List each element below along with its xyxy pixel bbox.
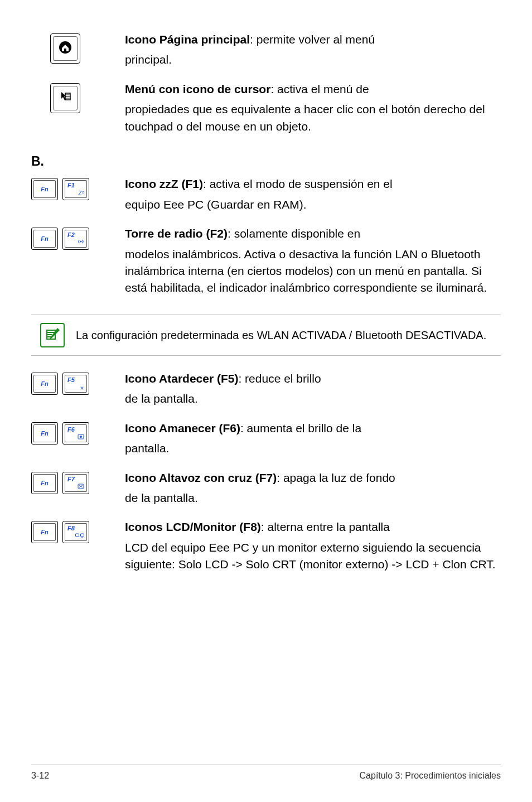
- fn-key: Fn: [31, 178, 58, 200]
- fn-key: Fn: [31, 422, 58, 445]
- menu-text: Menú con icono de cursor: activa el menú…: [125, 81, 501, 98]
- f6-text: Icono Amanecer (F6): aumenta el brillo d…: [125, 420, 501, 437]
- f7-key: F7: [62, 472, 89, 494]
- home-text: Icono Página principal: permite volver a…: [125, 31, 501, 48]
- svg-point-7: [80, 436, 82, 438]
- f8-key: F8/: [62, 521, 89, 543]
- home-icon: [58, 40, 72, 57]
- fn-key: Fn: [31, 373, 58, 395]
- f5-key: F5☀: [62, 373, 89, 395]
- svg-rect-13: [81, 534, 84, 537]
- footer-chapter: Capítulo 3: Procedimientos iniciales: [360, 771, 501, 781]
- note-text: La configuración predeterminada es WLAN …: [76, 327, 486, 343]
- f1-key: F1Zᶻ: [62, 178, 89, 200]
- svg-rect-11: [76, 534, 79, 537]
- f1-cont: equipo Eee PC (Guardar en RAM).: [125, 196, 501, 213]
- fn-key: Fn: [31, 228, 58, 250]
- home-key: [50, 33, 80, 64]
- f2-cont: modelos inalámbricos. Activa o desactiva…: [125, 246, 501, 297]
- section-b-heading: B.: [31, 154, 501, 169]
- radio-icon: [78, 238, 84, 246]
- f8-text: Iconos LCD/Monitor (F8): alterna entre l…: [125, 519, 501, 535]
- f7-cont: de la pantalla.: [125, 490, 501, 506]
- f1-text: Icono zzZ (F1): activa el modo de suspen…: [125, 176, 501, 192]
- f2-text: Torre de radio (F2): solamente disponibl…: [125, 225, 501, 242]
- page-footer: 3-12 Capítulo 3: Procedimientos iniciale…: [31, 765, 501, 781]
- f5-text: Icono Atardecer (F5): reduce el brillo: [125, 370, 501, 387]
- svg-point-5: [80, 241, 82, 243]
- menu-cursor-key: [50, 83, 80, 113]
- footer-page-number: 3-12: [31, 771, 49, 781]
- fn-key: Fn: [31, 472, 58, 494]
- note-icon: [40, 323, 65, 347]
- f6-key: F6: [62, 422, 89, 445]
- note-box: La configuración predeterminada es WLAN …: [31, 315, 501, 356]
- f5-cont: de la pantalla.: [125, 390, 501, 407]
- f6-cont: pantalla.: [125, 440, 501, 457]
- f2-key: F2: [62, 228, 89, 250]
- home-cont: principal.: [125, 51, 501, 68]
- f7-text: Icono Altavoz con cruz (F7): apaga la lu…: [125, 470, 501, 486]
- sun-up-icon: [78, 434, 84, 441]
- lcd-monitor-icon: /: [75, 533, 84, 539]
- screen-off-icon: [78, 484, 84, 490]
- fn-key: Fn: [31, 521, 58, 543]
- menu-cursor-icon: [59, 91, 71, 105]
- f8-cont: LCD del equipo Eee PC y un monitor exter…: [125, 539, 501, 573]
- menu-cont: propiedades que es equivalente a hacer c…: [125, 101, 501, 135]
